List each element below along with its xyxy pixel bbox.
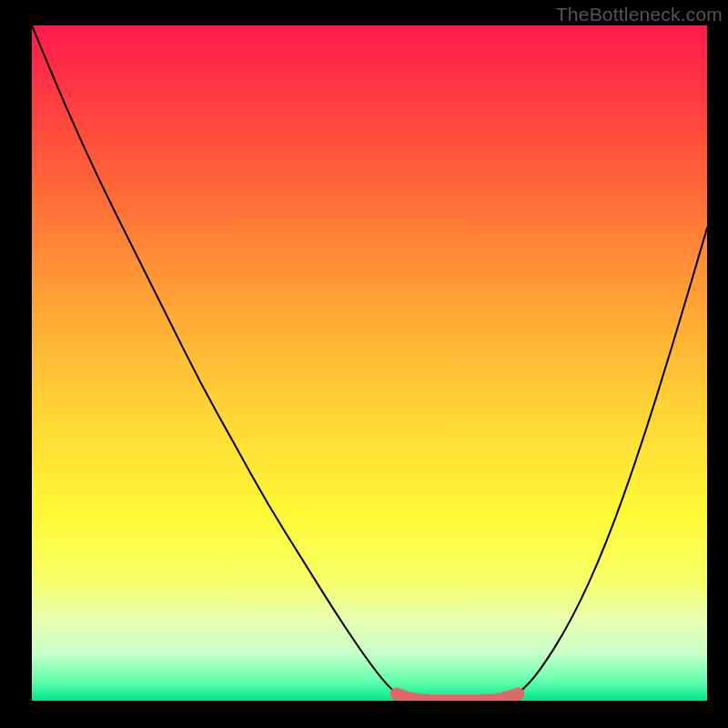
- chart-plot: [32, 25, 707, 701]
- chart-container: TheBottleneck.com: [0, 0, 728, 728]
- marker-right-marker: [512, 689, 523, 700]
- marker-group: [512, 689, 523, 700]
- series-bottom-flat: [397, 694, 519, 701]
- attribution-text: TheBottleneck.com: [556, 4, 723, 25]
- gradient-background: [32, 25, 707, 701]
